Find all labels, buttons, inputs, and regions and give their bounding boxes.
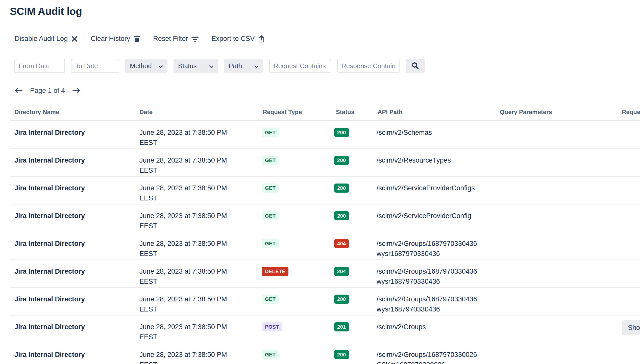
table-row: Jira Internal DirectoryJune 28, 2023 at … bbox=[10, 204, 640, 232]
search-button[interactable] bbox=[406, 59, 425, 73]
request-type-badge: GET bbox=[262, 128, 279, 137]
date-cell: June 28, 2023 at 7:38:50 PMEEST bbox=[139, 183, 227, 203]
timezone-text: EEST bbox=[139, 193, 227, 203]
request-type-badge: POST bbox=[262, 322, 282, 331]
table-row: Jira Internal DirectoryJune 28, 2023 at … bbox=[10, 149, 640, 177]
request-contains-input[interactable] bbox=[269, 59, 331, 73]
api-path-text: /scim/v2/Groups/1687970330436 bbox=[377, 266, 477, 276]
api-path-cell: /scim/v2/Groups/1687970330436wysr1687970… bbox=[377, 294, 477, 314]
date-cell: June 28, 2023 at 7:38:50 PMEEST bbox=[139, 322, 227, 342]
show-request-body-button[interactable]: Show bbox=[622, 320, 640, 335]
from-date-input[interactable] bbox=[14, 59, 65, 73]
status-badge: 201 bbox=[334, 322, 349, 331]
api-path-text: /scim/v2/Groups/1687970330436 bbox=[377, 294, 477, 304]
timezone-text: EEST bbox=[139, 332, 227, 342]
directory-name-text: Jira Internal Directory bbox=[14, 322, 85, 332]
directory-name-text: Jira Internal Directory bbox=[14, 350, 85, 360]
request-type-badge: DELETE bbox=[262, 267, 288, 276]
api-path-cell: /scim/v2/ServiceProviderConfigs bbox=[377, 183, 475, 193]
table-body: Jira Internal DirectoryJune 28, 2023 at … bbox=[10, 121, 640, 364]
method-select[interactable]: Method bbox=[125, 59, 167, 73]
request-type-badge: GET bbox=[262, 295, 279, 304]
request-type-badge: GET bbox=[262, 211, 279, 220]
page-title: SCIM Audit log bbox=[10, 6, 82, 17]
previous-page-button[interactable] bbox=[14, 87, 23, 94]
status-badge: 200 bbox=[334, 350, 349, 359]
directory-name-text: Jira Internal Directory bbox=[14, 294, 85, 304]
timezone-text: EEST bbox=[139, 165, 227, 175]
clear-history-label: Clear History bbox=[91, 35, 130, 43]
path-select[interactable]: Path bbox=[224, 59, 263, 73]
api-path-cell: /scim/v2/Groups/1687970330436wysr1687970… bbox=[377, 239, 477, 259]
clear-history-button[interactable]: Clear History bbox=[91, 35, 140, 43]
chevron-down-icon bbox=[254, 62, 259, 70]
date-cell: June 28, 2023 at 7:38:50 PMEEST bbox=[139, 294, 227, 314]
column-header-status: Status bbox=[336, 109, 354, 116]
status-badge: 200 bbox=[334, 295, 349, 304]
directory-name-cell: Jira Internal Directory bbox=[14, 183, 85, 193]
table-row: Jira Internal DirectoryJune 28, 2023 at … bbox=[10, 288, 640, 316]
request-type-badge: GET bbox=[262, 156, 279, 165]
reset-filter-button[interactable]: Reset Filter bbox=[153, 35, 199, 43]
timezone-text: EEST bbox=[139, 304, 227, 314]
status-cell: 200 bbox=[334, 156, 349, 165]
status-badge: 200 bbox=[334, 211, 349, 220]
date-text: June 28, 2023 at 7:38:50 PM bbox=[139, 322, 227, 332]
status-cell: 200 bbox=[334, 211, 349, 220]
arrow-left-icon bbox=[14, 87, 23, 94]
reset-filter-label: Reset Filter bbox=[153, 35, 188, 43]
date-cell: June 28, 2023 at 7:38:50 PMEEST bbox=[139, 266, 227, 287]
search-icon bbox=[411, 62, 419, 70]
directory-name-cell: Jira Internal Directory bbox=[14, 322, 85, 332]
directory-name-text: Jira Internal Directory bbox=[14, 266, 85, 276]
timezone-text: EEST bbox=[139, 221, 227, 231]
status-select[interactable]: Status bbox=[174, 59, 218, 73]
date-text: June 28, 2023 at 7:38:50 PM bbox=[139, 211, 227, 221]
status-badge: 200 bbox=[334, 156, 349, 165]
api-path-text: /scim/v2/Schemas bbox=[377, 127, 432, 138]
request-type-cell: GET bbox=[262, 184, 279, 193]
pagination: Page 1 of 4 bbox=[14, 87, 81, 95]
timezone-text: EEST bbox=[139, 276, 227, 287]
api-path-text: wysr1687970330436 bbox=[377, 276, 477, 287]
request-type-cell: GET bbox=[262, 295, 279, 304]
api-path-cell: /scim/v2/Groups/1687970330026G8Km1687970… bbox=[377, 350, 477, 364]
path-select-label: Path bbox=[229, 62, 242, 70]
next-page-button[interactable] bbox=[72, 87, 81, 94]
directory-name-text: Jira Internal Directory bbox=[14, 239, 85, 249]
date-cell: June 28, 2023 at 7:38:50 PMEEST bbox=[139, 239, 227, 259]
export-to-csv-label: Export to CSV bbox=[211, 35, 255, 43]
disable-audit-log-button[interactable]: Disable Audit Log bbox=[15, 35, 78, 43]
date-text: June 28, 2023 at 7:38:50 PM bbox=[139, 294, 227, 304]
api-path-cell: /scim/v2/ServiceProviderConfig bbox=[377, 211, 471, 221]
request-type-cell: GET bbox=[262, 211, 279, 220]
audit-log-table: Directory Name Date Request Type Status … bbox=[0, 103, 640, 364]
status-cell: 200 bbox=[334, 128, 349, 137]
api-path-text: wysr1687970330436 bbox=[377, 304, 477, 314]
status-cell: 200 bbox=[334, 184, 349, 193]
column-header-directory-name: Directory Name bbox=[14, 109, 59, 116]
response-contains-input[interactable] bbox=[337, 59, 400, 73]
to-date-input[interactable] bbox=[71, 59, 119, 73]
date-cell: June 28, 2023 at 7:38:50 PMEEST bbox=[139, 155, 227, 175]
chevron-down-icon bbox=[209, 62, 213, 70]
api-path-text: /scim/v2/Groups/1687970330436 bbox=[377, 239, 477, 249]
request-type-cell: GET bbox=[262, 239, 279, 248]
date-text: June 28, 2023 at 7:38:50 PM bbox=[139, 183, 227, 193]
table-row: Jira Internal DirectoryJune 28, 2023 at … bbox=[10, 121, 640, 149]
request-type-cell: GET bbox=[262, 350, 279, 359]
request-type-badge: GET bbox=[262, 239, 279, 248]
status-cell: 204 bbox=[334, 267, 349, 276]
request-type-badge: GET bbox=[262, 184, 279, 193]
api-path-text: /scim/v2/Groups/1687970330026 bbox=[377, 350, 477, 360]
date-cell: June 28, 2023 at 7:38:50 PMEEST bbox=[139, 211, 227, 231]
directory-name-cell: Jira Internal Directory bbox=[14, 211, 85, 221]
export-to-csv-button[interactable]: Export to CSV bbox=[211, 35, 265, 43]
request-body-cell: Show bbox=[622, 320, 640, 335]
chevron-down-icon bbox=[159, 62, 163, 70]
column-header-date: Date bbox=[139, 109, 153, 116]
api-path-cell: /scim/v2/ResourceTypes bbox=[377, 155, 451, 165]
table-header-row: Directory Name Date Request Type Status … bbox=[10, 103, 640, 121]
directory-name-cell: Jira Internal Directory bbox=[14, 350, 85, 360]
column-header-api-path: API Path bbox=[378, 109, 403, 116]
